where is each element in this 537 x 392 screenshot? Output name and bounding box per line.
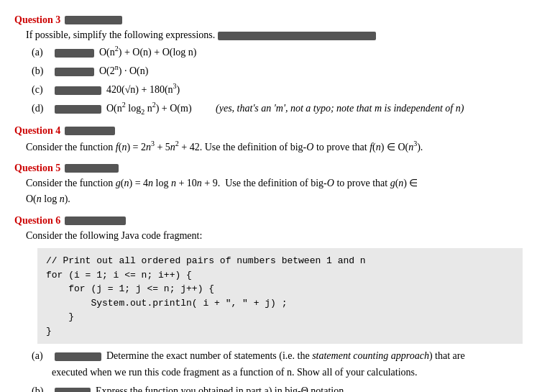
q5-redact [65, 164, 119, 173]
q6-code: // Print out all ordered pairs of number… [37, 248, 523, 344]
question-6: Question 6 Consider the following Java c… [14, 215, 523, 392]
q6-redact [65, 216, 126, 225]
q3-part-a: (a) O(n2) + O(n) + O(log n) [32, 43, 523, 60]
q5-label: Question 5 [14, 163, 60, 174]
q3-header: Question 3 [14, 14, 523, 26]
question-3: Question 3 If possible, simplify the fol… [14, 14, 523, 118]
q3b-content: O(2n) · O(n) [99, 65, 148, 76]
q6-label: Question 6 [14, 215, 60, 227]
q3-part-b: (b) O(2n) · O(n) [32, 62, 523, 79]
q3-body: If possible, simplify the following expr… [26, 27, 523, 118]
q3-part-d: (d) O(n2 log2 n2) + O(m) (yes, that's an… [32, 100, 523, 118]
q4-redact [65, 127, 115, 135]
q6-part-b: (b) Express the function you obtained in… [32, 383, 523, 392]
q3-part-c: (c) 420(√n) + 180(n3) [32, 81, 523, 98]
q4-header: Question 4 [14, 125, 523, 137]
q4-body: Consider the function f(n) = 2n3 + 5n2 +… [26, 138, 523, 155]
q6b-redact [55, 388, 91, 392]
q3c-content: 420(√n) + 180(n3) [106, 84, 180, 95]
code-line-4: System.out.println( i + ", " + j) ; [46, 296, 514, 311]
q3-label: Question 3 [14, 14, 60, 26]
q3d-content: O(n2 log2 n2) + O(m) [106, 103, 194, 114]
q3a-redact [55, 49, 94, 58]
q6b-content: Express the function you obtained in par… [96, 386, 346, 392]
code-line-1: // Print out all ordered pairs of number… [46, 254, 514, 268]
q3b-redact [55, 68, 94, 76]
question-5: Question 5 Consider the function g(n) = … [14, 163, 523, 208]
q6a-redact [55, 352, 101, 361]
q6-intro: Consider the following Java code fragmen… [26, 228, 523, 244]
q3-redact [65, 16, 122, 24]
q3c-redact [55, 86, 101, 95]
code-line-5: } [46, 310, 514, 324]
q5-header: Question 5 [14, 163, 523, 174]
q3d-redact [55, 105, 101, 114]
q6-body: Consider the following Java code fragmen… [26, 228, 523, 392]
q4-label: Question 4 [14, 125, 60, 137]
q5-body: Consider the function g(n) = 4n log n + … [26, 176, 523, 208]
q6-part-a: (a) Determine the exact number of statem… [32, 348, 523, 380]
q3a-content: O(n2) + O(n) + O(log n) [99, 47, 197, 58]
code-line-6: } [46, 324, 514, 339]
q3-intro: If possible, simplify the following expr… [26, 27, 523, 43]
code-line-2: for (i = 1; i <= n; i++) { [46, 268, 514, 283]
q6-header: Question 6 [14, 215, 523, 227]
q3d-note: (yes, that's an 'm', not a typo; note th… [216, 103, 464, 114]
code-line-3: for (j = 1; j <= n; j++) { [46, 282, 514, 296]
question-4: Question 4 Consider the function f(n) = … [14, 125, 523, 155]
